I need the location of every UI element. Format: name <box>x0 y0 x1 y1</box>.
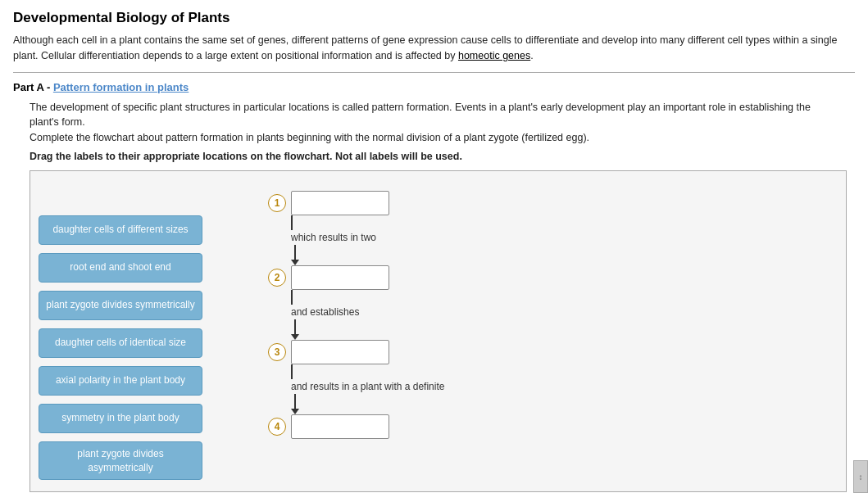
connector-1 <box>291 215 293 230</box>
connector-line-3b <box>294 394 296 409</box>
connector-arrow-area-1 <box>291 245 299 265</box>
step-number-1: 1 <box>268 194 286 212</box>
label-5[interactable]: axial polarity in the plant body <box>39 366 202 396</box>
connector-arrow-area-2 <box>291 319 299 340</box>
drop-box-2[interactable] <box>291 265 389 290</box>
flow-step-3: 3 <box>268 340 389 364</box>
homeotic-genes-highlight: homeotic genes <box>458 50 530 61</box>
step-number-3: 3 <box>268 343 286 361</box>
connector-arrow-3 <box>291 409 299 414</box>
instruction-text: Drag the labels to their appropriate loc… <box>30 151 855 162</box>
page-title: Developmental Biology of Plants <box>13 10 855 26</box>
part-label: Part A - Pattern formation in plants <box>13 81 855 93</box>
flowchart-panel: 1 which results in two 2 <box>202 183 838 481</box>
connector-line-1b <box>294 245 296 260</box>
connector-line-1 <box>291 215 293 230</box>
connector-arrow-2 <box>291 334 299 340</box>
step-number-2: 2 <box>268 269 286 287</box>
step-number-4: 4 <box>268 418 286 436</box>
drop-box-4[interactable] <box>291 414 389 439</box>
connector-line-2b <box>294 319 296 334</box>
connector-label-2: and establishes <box>291 306 359 318</box>
part-a-text: Part A - <box>13 81 53 93</box>
drop-box-1[interactable] <box>291 191 389 215</box>
label-2[interactable]: root end and shoot end <box>39 253 202 283</box>
flow-row-4: 4 <box>268 414 389 439</box>
connector-label-3: and results in a plant with a definite <box>291 381 444 392</box>
drop-box-3[interactable] <box>291 340 389 364</box>
label-1[interactable]: daughter cells of different sizes <box>39 215 202 245</box>
part-title-text: Pattern formation in plants <box>53 81 189 93</box>
label-7[interactable]: plant zygote divides asymmetrically <box>39 441 202 481</box>
flow-row-2: 2 <box>268 265 389 290</box>
flow-step-2: 2 <box>268 265 389 290</box>
section-divider <box>13 72 855 73</box>
connector-label-1: which results in two <box>291 232 376 243</box>
connector-2 <box>291 290 293 305</box>
label-3[interactable]: plant zygote divides symmetrically <box>39 291 202 320</box>
connector-arrow-area-3 <box>291 394 299 414</box>
label-4[interactable]: daughter cells of identical size <box>39 328 202 358</box>
flow-row-3: 3 <box>268 340 389 364</box>
label-6[interactable]: symmetry in the plant body <box>39 404 202 433</box>
connector-3 <box>291 364 293 379</box>
activity-area: daughter cells of different sizes root e… <box>30 170 847 493</box>
connector-arrow-1 <box>291 260 299 265</box>
scroll-hint: ↕ <box>853 460 868 493</box>
flow-step-1: 1 <box>268 191 389 215</box>
flow-row-1: 1 <box>268 191 389 215</box>
connector-line-2 <box>291 290 293 305</box>
description-text: The development of specific plant struct… <box>30 100 855 146</box>
flow-step-4: 4 <box>268 414 389 439</box>
labels-panel: daughter cells of different sizes root e… <box>39 183 202 481</box>
intro-paragraph: Although each cell in a plant contains t… <box>13 33 855 64</box>
connector-line-3 <box>291 364 293 379</box>
